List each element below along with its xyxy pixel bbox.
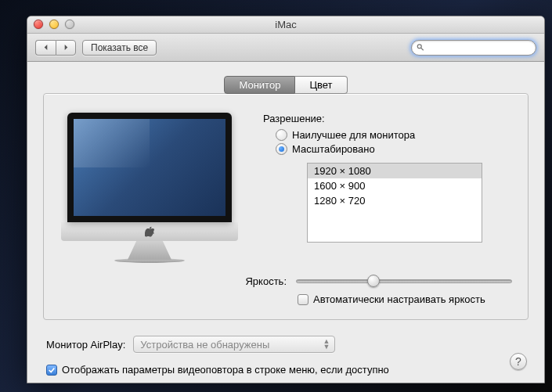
display-stand: [128, 241, 171, 260]
content-area: Монитор Цвет Разрешение: Наилучшее: [27, 62, 544, 383]
airplay-row: Монитор AirPlay: Устройства не обнаружен…: [46, 336, 525, 353]
monitor-panel: Разрешение: Наилучшее для монитора Масшт…: [43, 93, 529, 320]
nav-buttons: [35, 40, 76, 56]
prefs-window: iMac Показать все Монитор Цвет: [27, 16, 545, 383]
resolution-option[interactable]: 1600 × 900: [308, 178, 482, 193]
airplay-label: Монитор AirPlay:: [46, 339, 125, 351]
svg-point-0: [417, 45, 421, 49]
resolution-settings: Разрешение: Наилучшее для монитора Масшт…: [263, 113, 512, 263]
resolution-option[interactable]: 1280 × 720: [308, 193, 482, 208]
radio-scaled-label: Масштабировано: [292, 143, 375, 155]
mirror-row[interactable]: Отображать параметры видеоповтора в стро…: [46, 364, 525, 376]
bottom-area: Монитор AirPlay: Устройства не обнаружен…: [43, 336, 529, 376]
help-button[interactable]: ?: [510, 353, 527, 370]
checkbox-icon: [298, 294, 308, 305]
radio-best[interactable]: Наилучшее для монитора: [276, 129, 512, 141]
radio-icon: [276, 129, 287, 141]
brightness-slider[interactable]: [296, 279, 512, 283]
window-controls: [34, 20, 74, 29]
airplay-dropdown[interactable]: Устройства не обнаружены ▲▼: [133, 336, 335, 353]
dropdown-arrows-icon: ▲▼: [323, 339, 330, 350]
tab-color[interactable]: Цвет: [295, 76, 347, 94]
titlebar[interactable]: iMac: [27, 16, 544, 34]
back-button[interactable]: [35, 40, 56, 56]
tabs: Монитор Цвет: [43, 76, 529, 94]
radio-icon: [276, 143, 287, 155]
zoom-icon[interactable]: [65, 20, 74, 29]
show-all-button[interactable]: Показать все: [82, 40, 157, 56]
tab-monitor[interactable]: Монитор: [224, 76, 295, 94]
resolution-label: Разрешение:: [263, 113, 512, 124]
resolution-list[interactable]: 1920 × 1080 1600 × 900 1280 × 720: [307, 163, 482, 243]
brightness-label: Яркость:: [60, 275, 287, 287]
airplay-value: Устройства не обнаружены: [140, 339, 269, 351]
auto-brightness-label: Автоматически настраивать яркость: [313, 293, 485, 305]
radio-scaled[interactable]: Масштабировано: [276, 143, 512, 155]
forward-button[interactable]: [56, 40, 76, 56]
svg-line-1: [421, 48, 424, 50]
resolution-option[interactable]: 1920 × 1080: [308, 164, 482, 178]
slider-thumb[interactable]: [367, 275, 380, 287]
close-icon[interactable]: [34, 20, 43, 29]
apple-logo-icon: [145, 226, 154, 237]
chevron-right-icon: [63, 44, 70, 51]
toolbar: Показать все: [27, 34, 544, 62]
minimize-icon[interactable]: [49, 20, 59, 29]
checkbox-icon: [46, 365, 57, 376]
radio-best-label: Наилучшее для монитора: [292, 129, 415, 141]
brightness-row: Яркость:: [60, 275, 512, 287]
display-screen-icon: [67, 113, 232, 222]
search-icon: [417, 43, 424, 52]
mirror-label: Отображать параметры видеоповтора в стро…: [62, 364, 389, 376]
search-input[interactable]: [428, 42, 531, 53]
auto-brightness-row[interactable]: Автоматически настраивать яркость: [298, 293, 512, 305]
window-title: iMac: [275, 19, 296, 31]
chevron-left-icon: [42, 44, 49, 51]
display-preview: [60, 113, 240, 263]
display-chin: [61, 222, 238, 241]
search-field[interactable]: [411, 40, 536, 56]
